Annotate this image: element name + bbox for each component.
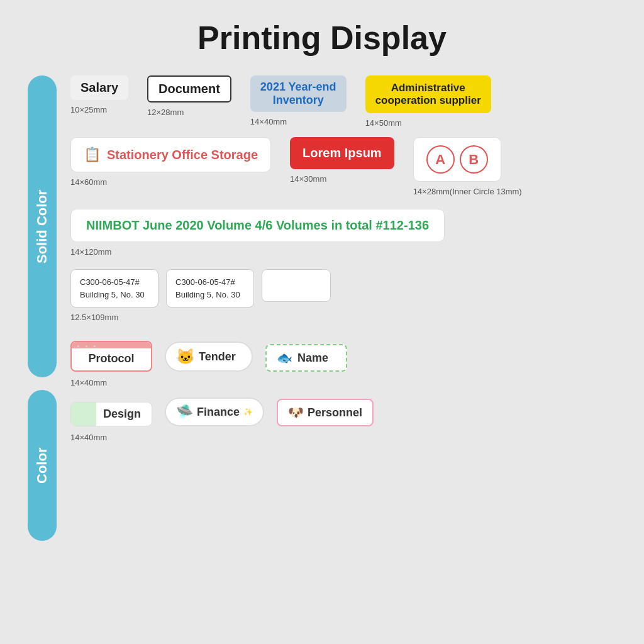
color-label: Color [28, 390, 57, 541]
fish-icon: 🐟 [277, 350, 292, 365]
admin-tag: Administrative cooperation supplier [365, 75, 491, 113]
personnel-text: Personnel [308, 406, 362, 419]
color-row1-dim: 14×40mm [70, 378, 107, 387]
tender-text: Tender [199, 350, 236, 364]
color-row2-dim: 14×40mm [70, 433, 107, 442]
inventory-block: 2021 Year-end Inventory 14×40mm [250, 75, 347, 126]
row4-dim: 12.5×109mm [70, 313, 118, 322]
lorem-dim: 14×30mm [290, 174, 326, 184]
page-title: Printing Display [197, 19, 447, 57]
lorem-tag: Lorem Ipsum [290, 137, 394, 169]
finance-text: Finance [197, 406, 240, 419]
stationery-tag: 📋 Stationery Office Storage [70, 137, 271, 172]
document-dim: 12×28mm [147, 108, 184, 117]
stationery-dim: 14×60mm [70, 177, 107, 187]
name-text: Name [297, 352, 328, 365]
tender-tag: 🐱 Tender [165, 341, 253, 372]
salary-block: Salary 10×25mm [70, 75, 128, 114]
design-bg [71, 402, 96, 426]
tender-block: 🐱 Tender [165, 341, 253, 372]
tender-cat-icon: 🐱 [176, 348, 195, 365]
document-tag: Document [147, 75, 231, 103]
inventory-tag: 2021 Year-end Inventory [250, 75, 347, 112]
design-text: Design [103, 408, 141, 421]
inventory-dim: 14×40mm [250, 117, 287, 126]
finance-tag: 🛸 Finance ✨ [165, 397, 264, 426]
stationery-text: Stationery Office Storage [107, 148, 258, 162]
design-block: Design [70, 402, 152, 426]
protocol-text: Protocol [82, 352, 141, 365]
name-block: 🐟 Name [265, 344, 347, 372]
cell3-tag [262, 269, 331, 302]
circle-a: A [426, 145, 455, 174]
salary-dim: 10×25mm [70, 105, 107, 114]
personnel-dog-icon: 🐶 [288, 405, 304, 420]
design-tag: Design [70, 402, 152, 426]
admin-block: Administrative cooperation supplier 14×5… [365, 75, 491, 128]
stationery-icon: 📋 [84, 147, 101, 163]
circles-block: A B 14×28mm(Inner Circle 13mm) [413, 137, 522, 196]
protocol-tag: ● ● ● Protocol [70, 341, 152, 372]
lorem-block: Lorem Ipsum 14×30mm [290, 137, 394, 184]
personnel-tag: 🐶 Personnel [277, 399, 374, 426]
niimbot-tag: NIIMBOT June 2020 Volume 4/6 Volumes in … [70, 209, 445, 242]
finance-block: 🛸 Finance ✨ [165, 397, 264, 426]
circles-tag: A B [413, 137, 501, 182]
admin-dim: 14×50mm [365, 118, 402, 128]
protocol-dots: ● ● ● [77, 343, 98, 349]
protocol-block: ● ● ● Protocol [70, 341, 152, 372]
salary-tag: Salary [70, 75, 128, 100]
name-tag: 🐟 Name [265, 344, 347, 372]
cell2-tag: C300-06-05-47# Building 5, No. 30 [166, 269, 254, 308]
personnel-block: 🐶 Personnel [277, 399, 374, 426]
circles-dim: 14×28mm(Inner Circle 13mm) [413, 187, 522, 196]
solid-color-label: Solid Color [28, 75, 57, 377]
finance-ufo-icon: 🛸 [176, 404, 193, 420]
niimbot-dim: 14×120mm [70, 247, 111, 257]
circle-b: B [460, 145, 488, 174]
document-block: Document 12×28mm [147, 75, 231, 117]
stationery-block: 📋 Stationery Office Storage 14×60mm [70, 137, 271, 187]
niimbot-block: NIIMBOT June 2020 Volume 4/6 Volumes in … [70, 209, 621, 257]
cell1-tag: C300-06-05-47# Building 5, No. 30 [70, 269, 158, 308]
